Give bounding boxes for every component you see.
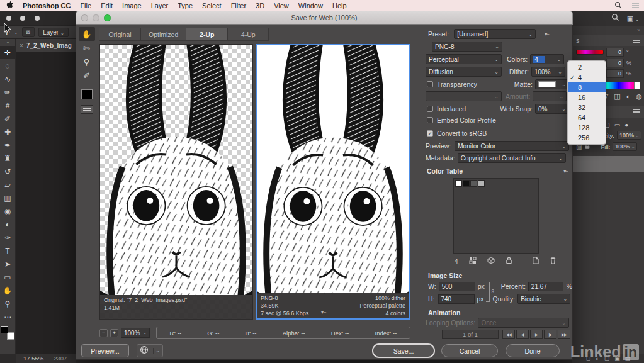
colors-option[interactable]: ✓ 16 [568, 92, 606, 103]
color-reduction-dropdown[interactable]: Perceptual⌄ [426, 54, 502, 64]
toolbar-collapse-icon[interactable]: » [6, 39, 9, 46]
blur-tool[interactable]: ◉ [0, 204, 16, 218]
color-swatch[interactable] [478, 180, 485, 187]
menu-item[interactable]: File [80, 2, 91, 9]
menu-item[interactable]: View [274, 2, 289, 9]
zoom-level-dropdown[interactable]: 100% ⌄ [121, 328, 150, 338]
auto-select-icon[interactable]: ⧈ [22, 27, 35, 37]
preview-tab[interactable]: Original [99, 28, 140, 41]
zoom-in-button[interactable]: + [110, 329, 118, 337]
optimized-preview-pane[interactable]: PNG-834.59K7 sec @ 56.6 Kbps 100% dither… [256, 44, 410, 320]
panel-menu-icon[interactable] [633, 108, 640, 116]
eyedropper-color-swatch[interactable] [81, 89, 93, 99]
gradient-tool[interactable]: ▥ [0, 191, 16, 204]
document-tab[interactable]: × 7_2_Web_Imag [16, 39, 76, 52]
colors-option[interactable]: ✓ 4 [568, 72, 606, 82]
interlaced-checkbox[interactable] [427, 106, 433, 112]
dialog-close-button[interactable] [81, 14, 88, 21]
clone-stamp-tool[interactable]: ♜ [0, 152, 16, 165]
brightness-value[interactable]: 0 [606, 69, 624, 78]
download-rate-menu-icon[interactable]: ▾≡ [321, 309, 327, 316]
web-snap-dropdown[interactable]: 0%⌄ [535, 104, 569, 114]
menu-item[interactable]: Select [202, 2, 222, 9]
dither-grid-icon[interactable] [469, 257, 477, 265]
spotlight-search-icon[interactable] [614, 1, 622, 10]
dodge-tool[interactable]: ◐ [0, 218, 16, 231]
color-swatch[interactable] [455, 180, 462, 187]
previous-frame-button[interactable]: ◀| [516, 330, 529, 339]
brush-tool[interactable]: ✒ [0, 138, 16, 152]
shape-tool[interactable]: ▭ [0, 271, 16, 284]
preview-tab[interactable]: 4-Up [227, 28, 269, 41]
constrain-proportions-icon[interactable]: ∞ [490, 289, 496, 293]
hand-tool[interactable]: ✋ [0, 284, 16, 297]
matte-dropdown[interactable]: ⌄ [535, 79, 569, 89]
window-zoom-button[interactable] [35, 16, 40, 21]
colors-dropdown[interactable]: 4⌄ [530, 54, 564, 64]
window-close-button[interactable] [6, 16, 11, 21]
hue-value[interactable]: 0 [606, 48, 624, 57]
move-tool[interactable]: ✛ [0, 46, 16, 59]
path-selection-tool[interactable]: ➤ [0, 257, 16, 271]
last-frame-button[interactable]: ▶▶ [558, 330, 570, 339]
colors-option[interactable]: ✓ 128 [568, 123, 606, 133]
colors-option[interactable]: ✓ 32 [568, 103, 606, 113]
format-dropdown[interactable]: PNG-8⌄ [432, 42, 502, 52]
white-swatch[interactable] [634, 82, 640, 89]
notification-center-icon[interactable] [632, 1, 639, 9]
chevron-down-icon[interactable]: ⌄ [14, 30, 18, 35]
embed-color-profile-checkbox[interactable] [427, 117, 433, 123]
eraser-tool[interactable]: ▱ [0, 178, 16, 191]
new-color-icon[interactable] [532, 257, 539, 265]
color-table-menu-icon[interactable]: ▾≡ [563, 169, 568, 174]
width-input[interactable]: 500 [439, 282, 475, 291]
selected-layer-row[interactable] [572, 156, 644, 172]
colors-option[interactable]: ✓ 64 [568, 113, 606, 123]
hue-slider[interactable] [576, 50, 604, 55]
preset-menu-icon[interactable]: ▾≡ [545, 31, 549, 37]
dither-amount-dropdown[interactable]: 100%⌄ [531, 67, 565, 77]
fill-dropdown[interactable]: 100%⌄ [613, 142, 637, 151]
auto-select-layer-dropdown[interactable]: Layer ⌄ [38, 28, 69, 37]
color-swatch[interactable] [463, 180, 470, 187]
menu-item[interactable]: Help [332, 2, 347, 9]
slice-select-tool[interactable]: ✄ [79, 41, 95, 55]
preview-tab[interactable]: Optimized [140, 28, 186, 41]
quick-selection-tool[interactable]: ✏ [0, 86, 16, 99]
marquee-tool[interactable]: ◌ [0, 59, 16, 72]
play-button[interactable]: ▶ [530, 330, 543, 339]
panel-collapse-icon[interactable]: » [572, 26, 644, 35]
filter-toggle-icon[interactable]: ● [624, 121, 628, 128]
dialog-titlebar[interactable]: Save for Web (100%) [76, 11, 573, 25]
pen-tool[interactable]: ✑ [0, 231, 16, 244]
history-brush-tool[interactable]: ↺ [0, 165, 16, 178]
crop-tool[interactable]: # [0, 99, 16, 112]
workspace-switcher-icon[interactable]: ▣ ⌄ [627, 14, 639, 23]
web-shift-cube-icon[interactable] [487, 257, 495, 265]
menu-item[interactable]: Image [122, 2, 142, 9]
percent-input[interactable]: 21.67 [528, 282, 563, 291]
next-frame-button[interactable]: |▶ [544, 330, 556, 339]
search-icon[interactable] [611, 13, 619, 24]
dialog-minimize-button[interactable] [93, 14, 99, 21]
apple-menu-icon[interactable] [6, 1, 13, 10]
transparency-checkbox[interactable] [427, 81, 433, 87]
preview-button[interactable]: Preview... [81, 344, 129, 357]
healing-brush-tool[interactable]: ✚ [0, 125, 16, 138]
lock-color-icon[interactable] [506, 257, 512, 265]
menu-item[interactable]: Layer [151, 2, 169, 9]
type-tool[interactable]: T [0, 244, 16, 257]
quality-dropdown[interactable]: Bicubic⌄ [517, 294, 570, 304]
zoom-tool[interactable]: ⚲ [0, 297, 16, 310]
panel-menu-icon[interactable] [633, 36, 640, 45]
delete-color-icon[interactable] [550, 257, 556, 265]
color-swatch[interactable] [470, 180, 477, 187]
colors-option[interactable]: ✓ 2 [568, 62, 606, 72]
first-frame-button[interactable]: ◀◀ [502, 330, 515, 339]
original-preview-pane[interactable]: Original: "7_2_Web_Images.psd" 1.41M [99, 44, 253, 320]
hand-tool[interactable]: ✋ [79, 27, 95, 41]
metadata-dropdown[interactable]: Copyright and Contact Info⌄ [458, 153, 566, 163]
foreground-color-swatch[interactable] [1, 326, 8, 333]
menu-item[interactable]: Edit [101, 2, 113, 9]
height-input[interactable]: 740 [438, 294, 475, 304]
